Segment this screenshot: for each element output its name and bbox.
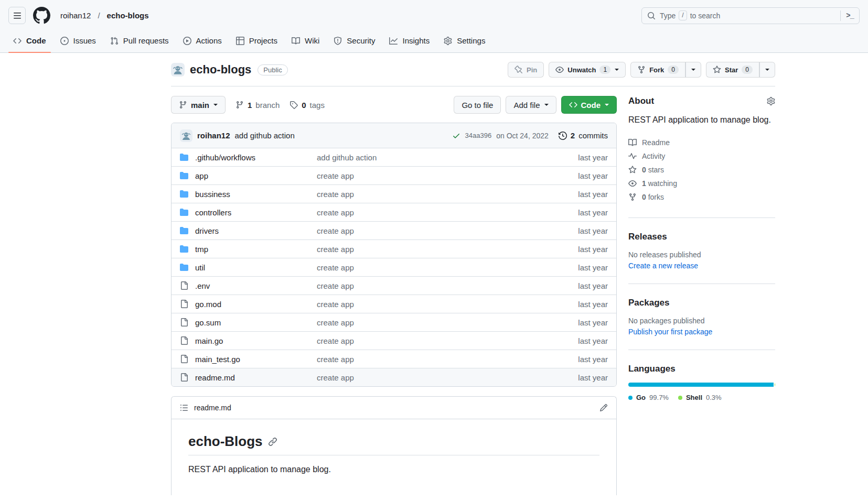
about-section: About REST API application to manage blo…: [628, 96, 775, 217]
commit-sha-link[interactable]: 34aa396: [465, 132, 492, 139]
tab-insights[interactable]: Insights: [384, 29, 434, 52]
pin-icon: [515, 66, 523, 74]
file-name-link[interactable]: util: [195, 263, 317, 272]
file-commit-message-link[interactable]: create app: [317, 190, 540, 199]
readme-filename[interactable]: readme.md: [194, 404, 231, 412]
slash-key-hint: /: [679, 10, 687, 20]
branches-link[interactable]: 1 branch: [235, 101, 280, 110]
publish-package-link[interactable]: Publish your first package: [628, 328, 712, 336]
file-commit-message-link[interactable]: create app: [317, 263, 540, 272]
language-shell-link[interactable]: Shell 0.3%: [678, 394, 722, 401]
tab-label: Code: [26, 36, 46, 45]
file-commit-message-link[interactable]: create app: [317, 373, 540, 382]
commit-author-avatar[interactable]: [180, 129, 192, 142]
git-branch-icon: [179, 101, 187, 109]
github-logo[interactable]: [33, 7, 50, 24]
table-icon: [236, 37, 244, 45]
file-commit-message-link[interactable]: create app: [317, 318, 540, 327]
file-commit-message-link[interactable]: create app: [317, 208, 540, 217]
hamburger-menu-button[interactable]: [8, 7, 26, 24]
tab-settings[interactable]: Settings: [439, 29, 490, 52]
branch-selector-button[interactable]: main: [171, 96, 226, 114]
file-name-link[interactable]: readme.md: [195, 373, 317, 382]
pencil-icon: [599, 404, 608, 412]
tab-projects[interactable]: Projects: [231, 29, 282, 52]
file-commit-message-link[interactable]: create app: [317, 281, 540, 290]
file-name-link[interactable]: tmp: [195, 245, 317, 254]
file-commit-message-link[interactable]: create app: [317, 171, 540, 180]
breadcrumb-owner-link[interactable]: roihan12: [58, 10, 93, 21]
tab-label: Issues: [73, 36, 96, 45]
watch-count: 1: [599, 66, 610, 74]
repo-title[interactable]: echo-blogs: [190, 63, 251, 77]
code-button[interactable]: Code: [561, 96, 617, 114]
chevron-down-icon: [615, 69, 619, 73]
commit-message-link[interactable]: add github action: [235, 131, 295, 140]
fork-dropdown-button[interactable]: [685, 62, 701, 78]
tab-issues[interactable]: Issues: [56, 29, 101, 52]
pin-button[interactable]: Pin: [508, 62, 544, 78]
readme-paragraph: REST API application to manage blog.: [188, 465, 599, 474]
add-file-button[interactable]: Add file: [506, 96, 556, 114]
commit-meta: 34aa396 on Oct 24, 2022 2 commits: [452, 131, 608, 140]
go-to-file-button[interactable]: Go to file: [454, 96, 501, 114]
tab-code[interactable]: Code: [8, 29, 51, 52]
unwatch-button[interactable]: Unwatch 1: [549, 62, 626, 78]
sidebar-activity-link[interactable]: Activity: [628, 149, 775, 163]
command-palette-icon[interactable]: >_: [846, 12, 854, 20]
file-row: main.go create app last year: [172, 331, 616, 350]
link-icon[interactable]: [268, 437, 277, 446]
file-commit-message-link[interactable]: create app: [317, 226, 540, 235]
file-name-link[interactable]: app: [195, 171, 317, 180]
edit-readme-button[interactable]: [599, 404, 608, 412]
star-button[interactable]: Star 0: [706, 62, 759, 78]
global-search-input[interactable]: Type / to search >_: [641, 7, 860, 24]
tab-actions[interactable]: Actions: [178, 29, 227, 52]
tab-security[interactable]: Security: [329, 29, 380, 52]
commit-history-link[interactable]: 2 commits: [559, 131, 608, 140]
star-icon: [628, 166, 637, 174]
file-commit-message-link[interactable]: create app: [317, 300, 540, 309]
file-name-link[interactable]: go.sum: [195, 318, 317, 327]
sidebar-readme-link[interactable]: Readme: [628, 136, 775, 149]
pulse-icon: [628, 152, 637, 160]
file-commit-message-link[interactable]: create app: [317, 336, 540, 345]
tab-wiki[interactable]: Wiki: [287, 29, 324, 52]
breadcrumb-repo-link[interactable]: echo-blogs: [105, 10, 151, 21]
file-name-link[interactable]: go.mod: [195, 300, 317, 309]
file-name-link[interactable]: .env: [195, 281, 317, 290]
sidebar-stars-link[interactable]: 0 stars: [628, 163, 775, 177]
tab-pull-requests[interactable]: Pull requests: [105, 29, 174, 52]
fork-button[interactable]: Fork 0: [630, 62, 685, 78]
list-unordered-icon[interactable]: [180, 404, 188, 412]
file-name-link[interactable]: controllers: [195, 208, 317, 217]
language-percent: 0.3%: [706, 394, 722, 401]
sidebar-forks-link[interactable]: 0 forks: [628, 190, 775, 204]
readme-heading-text: echo-Blogs: [188, 433, 263, 450]
file-age: last year: [540, 336, 608, 345]
file-commit-message-link[interactable]: create app: [317, 245, 540, 254]
go-to-file-label: Go to file: [462, 101, 493, 110]
file-name-link[interactable]: .github/workflows: [195, 153, 317, 162]
language-go-link[interactable]: Go 99.7%: [628, 394, 669, 401]
file-name-link[interactable]: main.go: [195, 336, 317, 345]
folder-icon: [180, 171, 188, 180]
language-segment: [775, 383, 775, 387]
file-name-link[interactable]: bussiness: [195, 190, 317, 199]
file-name-link[interactable]: main_test.go: [195, 355, 317, 364]
file-commit-message-link[interactable]: add github action: [317, 153, 540, 162]
releases-title[interactable]: Releases: [628, 232, 775, 242]
packages-section: Packages No packages published Publish y…: [628, 284, 775, 350]
file-age: last year: [540, 355, 608, 364]
tags-link[interactable]: 0 tags: [290, 101, 325, 110]
commit-author-link[interactable]: roihan12: [197, 131, 230, 140]
create-release-link[interactable]: Create a new release: [628, 262, 698, 270]
sidebar-watching-link[interactable]: 1 watching: [628, 177, 775, 190]
owner-avatar[interactable]: [171, 63, 185, 77]
edit-about-button[interactable]: [767, 97, 775, 105]
file-name-link[interactable]: drivers: [195, 226, 317, 235]
shell-color-dot: [678, 396, 682, 400]
star-dropdown-button[interactable]: [759, 62, 775, 78]
file-commit-message-link[interactable]: create app: [317, 355, 540, 364]
tab-label: Projects: [249, 36, 277, 45]
